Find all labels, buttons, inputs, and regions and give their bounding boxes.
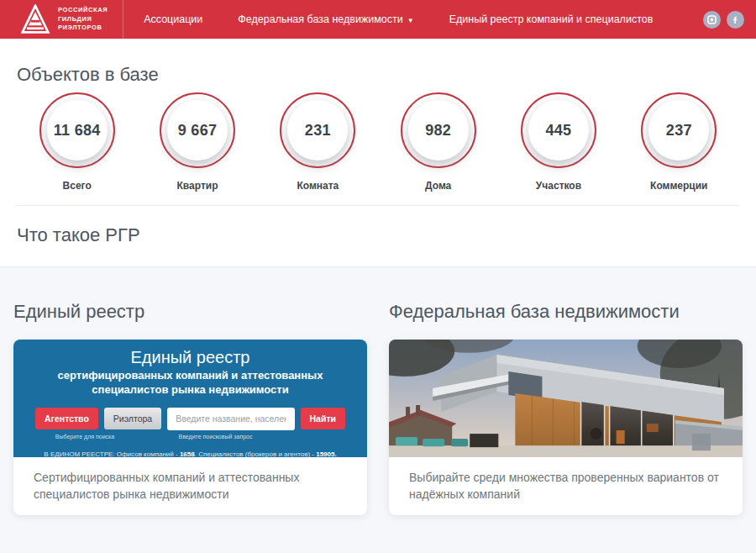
nav-item-associations[interactable]: Ассоциации [144,13,202,25]
stat-label: Комната [297,180,339,192]
stat-label: Квартир [177,180,218,192]
objects-stats-section: Объектов в базе 11 684 Всего 9 667 Кварт… [0,39,756,206]
rgr-logo-icon [20,4,50,34]
logo-text: РОССИЙСКАЯ ГИЛЬДИЯ РИЭЛТОРОВ [58,6,108,34]
registry-search-form: Агентство Риэлтора Найти [13,408,367,430]
fedbase-card-caption: Выбирайте среди множества проверенных ва… [389,457,743,515]
stat-value: 11 684 [54,122,101,140]
offices-count: 1658 [180,450,195,458]
chevron-down-icon: ▼ [407,17,414,24]
registry-banner: Единый реестр сертифицированных компаний… [13,340,367,457]
stat-commercial: 237 Коммерции [619,92,739,192]
navbar: РОССИЙСКАЯ ГИЛЬДИЯ РИЭЛТОРОВ Ассоциации … [0,0,756,39]
stat-label: Дома [425,180,451,192]
query-hint: Введите поисковый запрос [134,434,297,440]
stats-row: 11 684 Всего 9 667 Квартир 231 Комната 9… [17,92,739,192]
fedbase-column: Федеральная база недвижимости [389,301,743,515]
registry-search-input[interactable] [167,408,294,430]
stat-value: 9 667 [178,122,218,140]
fedbase-section-title: Федеральная база недвижимости [389,301,743,323]
stat-plots: 445 Участков [498,92,618,192]
stat-apartments: 9 667 Квартир [137,92,257,192]
house-photo [389,340,743,457]
nav-item-label: Ассоциации [144,13,202,25]
banner-subtitle: сертифицированных компаний и аттестованн… [13,369,367,398]
facebook-icon[interactable] [727,11,744,29]
stat-total: 11 684 Всего [17,92,137,192]
choose-hint: Выберите для поиска [35,434,134,440]
agency-button[interactable]: Агентство [35,408,98,429]
stats-title: Объектов в базе [17,64,739,86]
navbar-menu: Ассоциации Федеральная база недвижимости… [123,0,703,39]
fedbase-card[interactable]: Выбирайте среди множества проверенных ва… [389,340,743,515]
stat-value: 237 [666,122,692,140]
realtor-button[interactable]: Риэлтора [104,408,161,429]
nav-item-label: Федеральная база недвижимости [238,13,402,25]
form-hints: Выберите для поиска Введите поисковый за… [13,434,367,440]
instagram-icon[interactable] [703,11,721,29]
about-title: Что такое РГР [17,224,739,246]
stat-rooms: 231 Комната [258,92,378,192]
nav-item-federal-base[interactable]: Федеральная база недвижимости ▼ [238,13,413,25]
nav-item-registry[interactable]: Единый реестр компаний и специалистов [449,13,654,25]
find-button[interactable]: Найти [301,408,345,429]
stat-label: Всего [63,180,92,192]
stat-value: 231 [305,122,331,140]
stat-label: Коммерции [650,180,707,192]
stat-value: 445 [546,122,572,140]
about-rgr-section: Что такое РГР [0,206,756,266]
registry-section-title: Единый реестр [13,301,367,323]
social-links [703,0,756,39]
specialists-count: 15905. [316,450,336,458]
registry-column: Единый реестр Единый реестр сертифициров… [13,301,367,515]
nav-item-label: Единый реестр компаний и специалистов [449,13,654,25]
stat-houses: 982 Дома [378,92,498,192]
registry-counts: В ЕДИНОМ РЕЕСТРЕ: Офисов компаний - 1658… [13,450,367,458]
logo[interactable]: РОССИЙСКАЯ ГИЛЬДИЯ РИЭЛТОРОВ [0,0,123,39]
registry-card[interactable]: Единый реестр сертифицированных компаний… [13,340,367,515]
stat-value: 982 [425,122,451,140]
banner-title: Единый реестр [13,348,367,367]
cards-area: Единый реестр Единый реестр сертифициров… [0,266,756,553]
stat-label: Участков [536,180,581,192]
